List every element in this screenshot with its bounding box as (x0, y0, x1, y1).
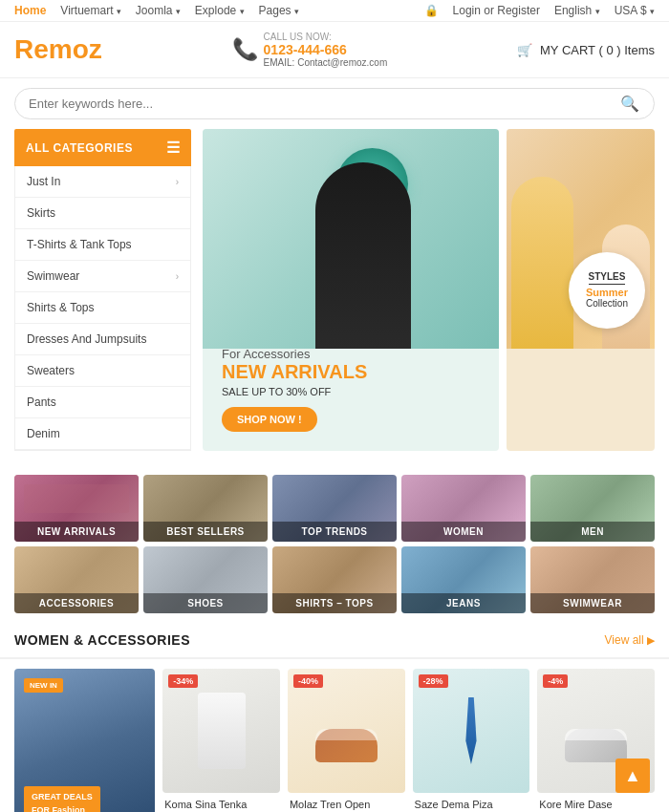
product-image-2: -40% (288, 669, 405, 793)
chevron-right-icon: › (176, 177, 179, 187)
cart-label: MY CART (540, 43, 595, 57)
cat-shoes[interactable]: SHOES (143, 546, 268, 613)
product-badge-1: -34% (168, 674, 198, 688)
top-nav-left: Home Virtuemart ▾ Joomla ▾ Explode ▾ Pag… (14, 4, 299, 17)
sidebar-item-tshirts[interactable]: T-Shirts & Tank Tops (15, 229, 190, 261)
hero-collection-text: Collection (586, 298, 628, 309)
sidebar-item-label: T-Shirts & Tank Tops (27, 238, 132, 251)
women-product-grid: NEW IN GREAT DEALS FOR Fashion -34% Koma… (0, 659, 669, 812)
product-info-3: Saze Dema Piza ★★★★★ $69.00 $50.00 (413, 793, 530, 812)
virtuemart-link[interactable]: Virtuemart ▾ (60, 4, 120, 17)
featured-new-badge: NEW IN (24, 678, 63, 693)
phone-number: 0123-444-666 (264, 42, 388, 57)
logo-moz: moz (49, 34, 102, 64)
cat-label: JEANS (401, 593, 526, 613)
cat-men[interactable]: MEN (530, 475, 655, 542)
cart-icon: 🛒 (517, 43, 532, 57)
product-card-2[interactable]: -40% Molaz Tren Open ★★★★☆ $166.32 $99.0… (288, 669, 405, 812)
sidebar: ALL CATEGORIES ☰ Just In › Skirts T-Shir… (14, 129, 191, 451)
sidebar-item-label: Pants (27, 395, 56, 409)
email-line: EMAIL: Contact@remoz.com (264, 57, 388, 68)
cat-new-arrivals[interactable]: NEW ARRIVALS (14, 475, 139, 542)
product-info-1: Koma Sina Tenka ★★★★★ $527.04 $348.00 (162, 793, 280, 812)
sidebar-item-label: Dresses And Jumpsuits (27, 332, 146, 346)
category-grid: NEW ARRIVALS BEST SELLERS TOP TRENDS WOM… (0, 465, 669, 546)
hamburger-icon[interactable]: ☰ (166, 139, 181, 157)
women-section-title: WOMEN & ACCESSORIES (14, 632, 190, 648)
hero-for-text: For Accessories (222, 347, 367, 361)
sidebar-item-label: Shirts & Tops (27, 301, 94, 314)
featured-product-card[interactable]: NEW IN GREAT DEALS FOR Fashion (14, 669, 155, 812)
cat-label: BEST SELLERS (143, 522, 268, 542)
person-silhouette (315, 162, 411, 349)
product-name-3: Saze Dema Piza (415, 799, 529, 810)
hero-sale-text: SALE UP TO 30% OFF (222, 386, 367, 397)
search-button[interactable]: 🔍 (620, 88, 639, 119)
login-register-link[interactable]: Login or Register (453, 4, 540, 17)
cat-label: SHIRTS – TOPS (272, 593, 397, 613)
header-contact: 📞 CALL US NOW: 0123-444-666 EMAIL: Conta… (232, 32, 388, 68)
scroll-to-top-button[interactable]: ▲ (615, 759, 650, 793)
sidebar-item-label: Sweaters (27, 364, 75, 377)
sidebar-item-denim[interactable]: Denim (15, 418, 190, 450)
cat-label: SWIMWEAR (530, 593, 655, 613)
top-nav-right: 🔒 Login or Register English ▾ USA $ ▾ (424, 4, 655, 17)
category-grid-row2: ACCESSORIES SHOES SHIRTS – TOPS JEANS SW… (0, 546, 669, 618)
product-name-1: Koma Sina Tenka (164, 799, 278, 810)
product-image-1: -34% (162, 669, 280, 793)
women-section-header: WOMEN & ACCESSORIES View all ▶ (0, 618, 669, 659)
hero-title: NEW ARRIVALS (222, 361, 367, 382)
hero-main-banner[interactable]: For Accessories NEW ARRIVALS SALE UP TO … (203, 129, 499, 451)
cart-count: ( 0 ) (598, 43, 620, 57)
pages-link[interactable]: Pages ▾ (259, 4, 299, 17)
logo-re: Re (14, 34, 49, 64)
product-card-1[interactable]: -34% Koma Sina Tenka ★★★★★ $527.04 $348.… (162, 669, 280, 812)
featured-deal-label: GREAT DEALS FOR Fashion (24, 786, 100, 812)
cat-label: ACCESSORIES (14, 593, 139, 613)
main-layout: ALL CATEGORIES ☰ Just In › Skirts T-Shir… (0, 129, 669, 465)
product-badge-2: -40% (293, 674, 323, 688)
sidebar-item-skirts[interactable]: Skirts (15, 198, 190, 229)
product-name-4: Kore Mire Dase (539, 799, 653, 810)
cat-best-sellers[interactable]: BEST SELLERS (143, 475, 268, 542)
product-card-3[interactable]: -28% Saze Dema Piza ★★★★★ $69.00 $50.00 (413, 669, 530, 812)
hero-side-banner[interactable]: STYLES Summer Collection (507, 129, 655, 451)
search-bar: 🔍 (0, 78, 669, 129)
sidebar-item-label: Skirts (27, 206, 55, 220)
product-name-2: Molaz Tren Open (290, 799, 403, 810)
sidebar-item-swimwear[interactable]: Swimwear › (15, 261, 190, 292)
cat-top-trends[interactable]: TOP TRENDS (272, 475, 397, 542)
explode-link[interactable]: Explode ▾ (195, 4, 245, 17)
sidebar-item-pants[interactable]: Pants (15, 387, 190, 418)
cat-jeans[interactable]: JEANS (401, 546, 526, 613)
sidebar-item-sweaters[interactable]: Sweaters (15, 355, 190, 387)
sidebar-item-shirts[interactable]: Shirts & Tops (15, 292, 190, 324)
cat-women[interactable]: WOMEN (401, 475, 526, 542)
sidebar-item-justin[interactable]: Just In › (15, 166, 190, 198)
joomla-link[interactable]: Joomla ▾ (136, 4, 181, 17)
women-view-all-link[interactable]: View all ▶ (605, 633, 655, 647)
cat-shirts-tops[interactable]: SHIRTS – TOPS (272, 546, 397, 613)
search-input[interactable] (14, 88, 655, 119)
sidebar-item-label: Just In (27, 175, 60, 188)
sidebar-title: ALL CATEGORIES (26, 141, 133, 155)
site-logo[interactable]: Remoz (14, 34, 102, 65)
header-cart[interactable]: 🛒 MY CART ( 0 ) Items (517, 43, 655, 57)
product-badge-3: -28% (419, 674, 448, 688)
sidebar-item-label: Denim (27, 427, 60, 440)
home-link[interactable]: Home (14, 4, 46, 17)
cat-accessories[interactable]: ACCESSORIES (14, 546, 139, 613)
product-info-4: Kore Mire Dase ★★★★★ $41.08 $38.00 (537, 793, 655, 812)
cat-label: SHOES (143, 593, 268, 613)
cart-items-label: Items (624, 43, 655, 57)
phone-label: CALL US NOW: (264, 32, 388, 42)
sidebar-item-dresses[interactable]: Dresses And Jumpsuits (15, 324, 190, 355)
language-selector[interactable]: English ▾ (554, 4, 600, 17)
side-person-1 (511, 177, 573, 349)
lock-icon: 🔒 (424, 4, 439, 17)
shop-now-button[interactable]: SHOP NOW ! (222, 407, 317, 432)
cat-label: WOMEN (401, 522, 526, 542)
cat-swimwear[interactable]: SWIMWEAR (530, 546, 655, 613)
currency-selector[interactable]: USA $ ▾ (615, 4, 655, 17)
hero-side-content: STYLES Summer Collection (569, 252, 645, 329)
